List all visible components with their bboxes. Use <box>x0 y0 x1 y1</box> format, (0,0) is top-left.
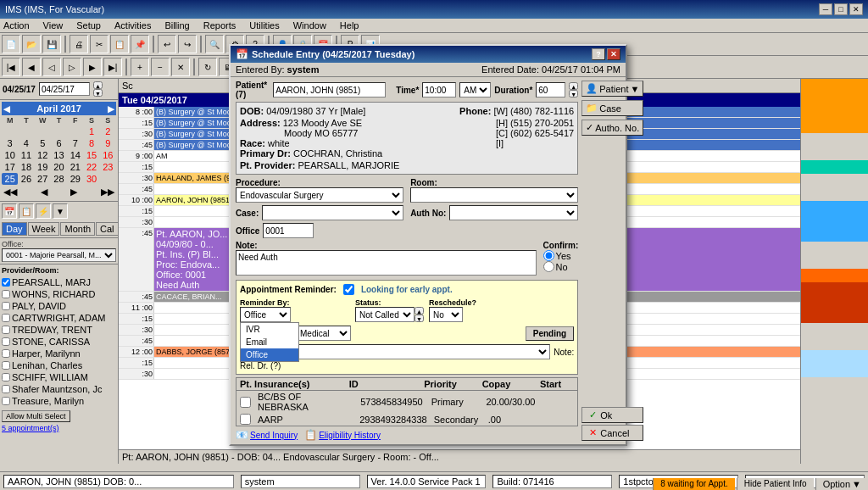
cal-prev-month-btn[interactable]: ◀◀ <box>3 187 17 198</box>
cal-day[interactable]: 8 <box>83 137 99 149</box>
redo-btn[interactable]: ↪ <box>178 35 197 53</box>
cal-icon-1[interactable]: 📅 <box>2 203 17 219</box>
patient-panel-btn[interactable]: 👤 Patient ▼ <box>581 81 643 97</box>
auth-select[interactable] <box>449 205 578 220</box>
save-btn[interactable]: 💾 <box>42 35 61 53</box>
ok-button[interactable]: ✓ Ok <box>581 407 643 423</box>
undo-btn[interactable]: ↩ <box>158 35 176 53</box>
new-btn[interactable]: 📄 <box>2 35 20 53</box>
cal-day[interactable]: 11 <box>18 149 34 161</box>
waiting-appt-btn[interactable]: 8 waiting for Appt. <box>653 478 735 490</box>
menu-action[interactable]: Action <box>3 20 30 31</box>
date-input[interactable] <box>39 82 90 96</box>
provider-check-4[interactable] <box>2 326 10 334</box>
open-btn[interactable]: 📂 <box>22 35 41 53</box>
nav-prev[interactable]: ◀ <box>22 58 41 76</box>
provider-check-7[interactable] <box>2 361 10 370</box>
provider-check-8[interactable] <box>2 373 10 381</box>
status-down-btn[interactable]: ▼ <box>415 315 424 322</box>
duration-down-btn[interactable]: ▼ <box>569 90 578 97</box>
dropdown-office[interactable]: Office <box>241 348 298 361</box>
send-inquiry-link[interactable]: 📧 Send Inquiry <box>236 429 298 441</box>
modal-close-btn[interactable]: ✕ <box>607 48 620 60</box>
cal-day[interactable] <box>35 125 51 137</box>
reminder-by-select[interactable]: Office IVR Email <box>240 307 291 322</box>
appt-reminder-check[interactable] <box>343 284 354 295</box>
ins-check-2[interactable] <box>240 414 251 425</box>
patient-input[interactable] <box>273 82 386 97</box>
cal-day[interactable]: 4 <box>18 137 34 149</box>
nav-back[interactable]: ◁ <box>42 58 61 76</box>
provider-check-2[interactable] <box>2 302 10 310</box>
cal-day[interactable]: 23 <box>100 161 116 173</box>
date-up[interactable]: ▲ <box>93 81 103 89</box>
cancel-button[interactable]: ✕ Cancel <box>581 425 643 441</box>
cal-day[interactable]: 2 <box>100 125 116 137</box>
tab-cal[interactable]: Cal <box>96 222 119 236</box>
menu-setup[interactable]: Setup <box>76 20 101 31</box>
tb2-btn4[interactable]: ↻ <box>198 58 217 76</box>
cal-day[interactable]: 10 <box>2 149 18 161</box>
nav-next[interactable]: ▶ <box>83 58 102 76</box>
search-btn[interactable]: 🔍 <box>205 35 224 53</box>
menu-window[interactable]: Window <box>293 20 326 31</box>
cal-day[interactable]: 21 <box>67 161 83 173</box>
option-btn[interactable]: Option ▼ <box>815 478 868 490</box>
tb2-btn3[interactable]: ✕ <box>171 58 190 76</box>
status-select[interactable]: Not Called <box>355 307 415 322</box>
reschedule-select[interactable]: No Yes <box>429 307 463 322</box>
medical-select[interactable]: Medical <box>296 326 351 341</box>
cal-day[interactable]: 15 <box>83 149 99 161</box>
cal-day[interactable]: 22 <box>83 161 99 173</box>
procedure-select[interactable]: Endovascular Surgery <box>236 187 403 203</box>
cal-day[interactable]: 9 <box>100 137 116 149</box>
autho-no-panel-btn[interactable]: ✓ Autho. No. <box>581 120 643 136</box>
cal-day[interactable]: 1 <box>83 125 99 137</box>
tab-day[interactable]: Day <box>2 222 27 236</box>
cal-icon-3[interactable]: ⚡ <box>36 203 51 219</box>
cal-day[interactable]: 26 <box>18 173 34 185</box>
cal-day[interactable]: 20 <box>51 161 67 173</box>
provider-check-6[interactable] <box>2 349 10 358</box>
duration-up-btn[interactable]: ▲ <box>569 82 578 90</box>
office-select[interactable]: 0001 - Majorie Pearsall, M... <box>2 248 116 262</box>
cal-prev-btn[interactable]: ◀ <box>3 104 10 114</box>
cal-day[interactable] <box>67 125 83 137</box>
nav-fwd[interactable]: ▷ <box>63 58 81 76</box>
dropdown-email[interactable]: Email <box>241 336 298 348</box>
restore-btn[interactable]: □ <box>834 3 848 15</box>
cal-today[interactable]: 25 <box>2 173 18 185</box>
copy-btn[interactable]: 📋 <box>110 35 129 53</box>
provider-check-5[interactable] <box>2 337 10 346</box>
provider-check-3[interactable] <box>2 314 10 322</box>
hide-patient-info-btn[interactable]: Hide Patient Info <box>737 478 814 490</box>
cal-day[interactable]: 19 <box>35 161 51 173</box>
cal-day[interactable] <box>51 125 67 137</box>
confirm-no-radio[interactable] <box>543 261 554 272</box>
paste-btn[interactable]: 📌 <box>131 35 149 53</box>
cal-day[interactable]: 14 <box>67 149 83 161</box>
duration-input[interactable] <box>536 82 565 97</box>
menu-view[interactable]: View <box>43 20 64 31</box>
provider-check-0[interactable] <box>2 278 10 287</box>
tb2-btn2[interactable]: − <box>151 58 170 76</box>
cal-day[interactable]: 30 <box>83 173 99 185</box>
tab-week[interactable]: Week <box>28 222 60 236</box>
print-btn[interactable]: 🖨 <box>70 35 88 53</box>
provider-check-9[interactable] <box>2 385 10 393</box>
time-ampm-select[interactable]: AM PM <box>459 82 491 97</box>
cal-day[interactable]: 29 <box>67 173 83 185</box>
room-select[interactable] <box>410 187 578 203</box>
cal-day[interactable]: 5 <box>35 137 51 149</box>
menu-reports[interactable]: Reports <box>203 20 236 31</box>
cal-day[interactable]: 16 <box>100 149 116 161</box>
allow-multi-select-btn[interactable]: Allow Multi Select <box>2 410 70 422</box>
cal-day[interactable] <box>100 173 116 185</box>
cal-next-week-btn[interactable]: ▶ <box>70 187 77 198</box>
date-down[interactable]: ▼ <box>93 89 103 97</box>
cal-day[interactable]: 13 <box>51 149 67 161</box>
menu-help[interactable]: Help <box>340 20 359 31</box>
cal-day[interactable]: 17 <box>2 161 18 173</box>
cut-btn[interactable]: ✂ <box>90 35 108 53</box>
minimize-btn[interactable]: ─ <box>819 3 832 15</box>
